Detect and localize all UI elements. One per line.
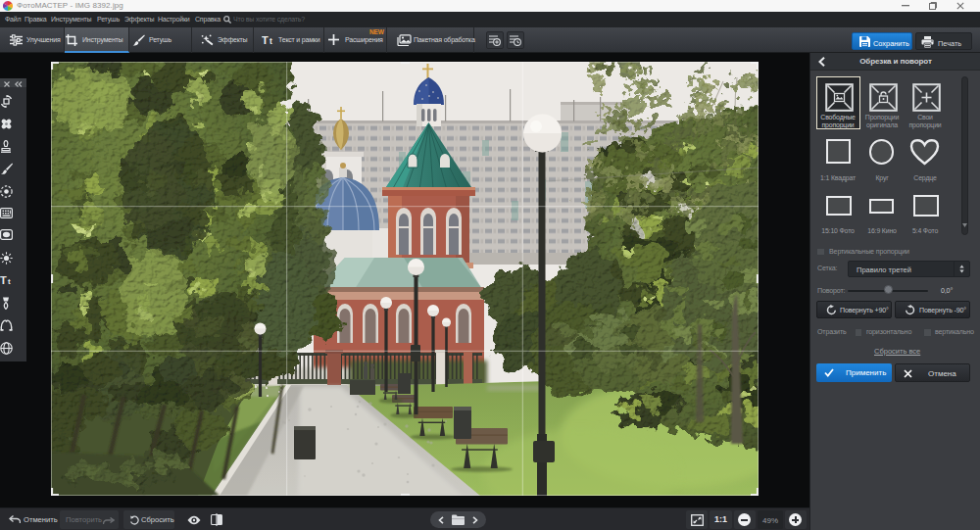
svg-text:T: T [262, 34, 269, 45]
svg-text:t: t [8, 277, 11, 285]
svg-text:t: t [270, 36, 272, 45]
svg-text:T: T [0, 274, 7, 285]
